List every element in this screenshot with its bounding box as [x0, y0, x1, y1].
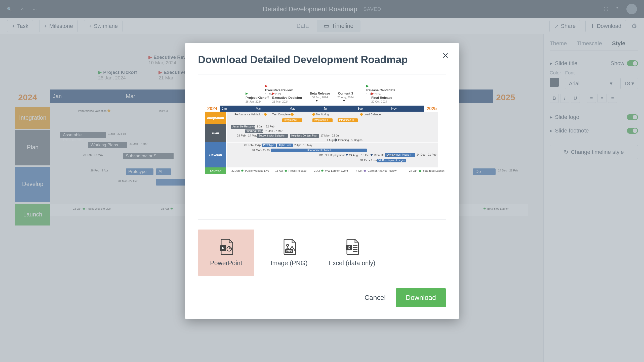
- modal-overlay: × Download Detailed Development Roadmap …: [0, 0, 644, 362]
- format-excel-label: Excel (data only): [329, 259, 375, 267]
- roadmap-preview: ▶ Project Kickoff 28 Jan, 2024 ▶ Executi…: [198, 74, 446, 219]
- pv-year-start: 2024: [205, 106, 219, 111]
- format-options: P PowerPoint PNG Image (PNG): [198, 230, 446, 276]
- format-png[interactable]: PNG Image (PNG): [261, 230, 317, 276]
- svg-text:PNG: PNG: [286, 250, 292, 253]
- svg-text:X: X: [348, 246, 350, 250]
- pv-year-end: 2025: [425, 106, 439, 111]
- pv-lane-launch: Launch: [205, 167, 226, 174]
- powerpoint-icon: P: [219, 239, 233, 255]
- png-icon: PNG: [282, 239, 296, 255]
- modal-title: Download Detailed Development Roadmap: [198, 54, 446, 66]
- format-powerpoint-label: PowerPoint: [210, 259, 242, 267]
- excel-icon: X: [345, 239, 359, 255]
- pv-lane-develop: Develop: [205, 142, 226, 167]
- svg-text:P: P: [222, 246, 224, 250]
- cancel-button[interactable]: Cancel: [362, 289, 388, 306]
- pv-lane-integration: Integration: [205, 112, 226, 124]
- format-powerpoint[interactable]: P PowerPoint: [198, 230, 254, 276]
- svg-point-3: [287, 244, 289, 246]
- format-png-label: Image (PNG): [270, 259, 307, 267]
- format-excel[interactable]: X Excel (data only): [324, 230, 380, 276]
- download-button[interactable]: Download: [396, 288, 446, 307]
- download-modal: × Download Detailed Development Roadmap …: [185, 43, 459, 319]
- pv-lane-plan: Plan: [205, 124, 226, 142]
- close-icon[interactable]: ×: [442, 50, 449, 61]
